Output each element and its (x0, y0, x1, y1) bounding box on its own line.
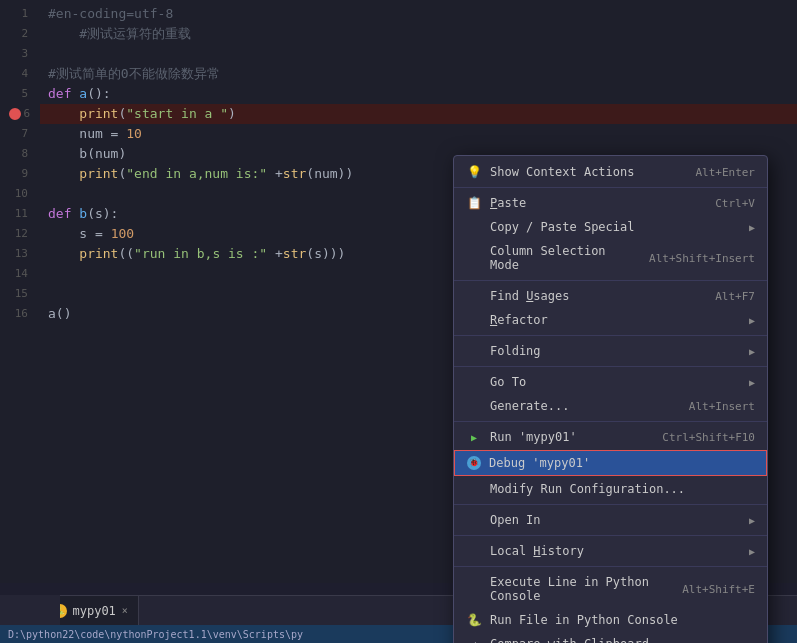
menu-separator-1 (454, 187, 767, 188)
menu-item-modify-run[interactable]: Modify Run Configuration... (454, 477, 767, 501)
menu-separator-7 (454, 535, 767, 536)
menu-separator-8 (454, 566, 767, 567)
menu-label-goto: Go To (490, 375, 741, 389)
menu-label-copy-paste-special: Copy / Paste Special (490, 220, 741, 234)
menu-item-run-mypy01[interactable]: ▶ Run 'mypy01' Ctrl+Shift+F10 (454, 425, 767, 449)
menu-label-find-usages: Find Usages (490, 289, 707, 303)
tab-label: mypy01 (73, 604, 116, 618)
menu-label-column-selection: Column Selection Mode (490, 244, 641, 272)
shortcut-show-context: Alt+Enter (695, 166, 755, 179)
menu-item-find-usages[interactable]: Find Usages Alt+F7 (454, 284, 767, 308)
menu-label-modify-run: Modify Run Configuration... (490, 482, 755, 496)
code-line-7: num = 10 (40, 124, 797, 144)
shortcut-paste: Ctrl+V (715, 197, 755, 210)
menu-item-execute-line[interactable]: Execute Line in Python Console Alt+Shift… (454, 570, 767, 608)
menu-item-run-file-python[interactable]: 🐍 Run File in Python Console (454, 608, 767, 632)
shortcut-find-usages: Alt+F7 (715, 290, 755, 303)
tab-close-button[interactable]: × (122, 605, 128, 616)
lightbulb-icon: 💡 (466, 165, 482, 179)
python-icon: 🐍 (466, 613, 482, 627)
menu-label-local-history: Local History (490, 544, 741, 558)
run-triangle-icon: ▶ (466, 432, 482, 443)
paste-icon: 📋 (466, 196, 482, 210)
menu-separator-6 (454, 504, 767, 505)
menu-label-compare-clipboard: Compare with Clipboard (490, 637, 755, 643)
menu-item-folding[interactable]: Folding ▶ (454, 339, 767, 363)
status-bar (0, 595, 60, 625)
menu-label-folding: Folding (490, 344, 741, 358)
code-line-3 (40, 44, 797, 64)
menu-label-paste: Paste (490, 196, 707, 210)
code-line-2: #测试运算符的重载 (40, 24, 797, 44)
code-line-6: print("start in a ") (40, 104, 797, 124)
menu-separator-2 (454, 280, 767, 281)
code-line-5: def a(): (40, 84, 797, 104)
debug-icon: 🐞 (467, 456, 481, 470)
breakpoint-marker[interactable] (9, 108, 21, 120)
menu-item-show-context[interactable]: 💡 Show Context Actions Alt+Enter (454, 160, 767, 184)
menu-item-column-selection[interactable]: Column Selection Mode Alt+Shift+Insert (454, 239, 767, 277)
menu-label-open-in: Open In (490, 513, 741, 527)
line-numbers: 1 2 3 4 5 6 7 8 9 10 11 (0, 0, 40, 583)
path-text: D:\python22\code\nythonProject1.1\venv\S… (8, 629, 303, 640)
menu-separator-5 (454, 421, 767, 422)
menu-separator-4 (454, 366, 767, 367)
menu-item-copy-paste-special[interactable]: Copy / Paste Special ▶ (454, 215, 767, 239)
context-menu: 💡 Show Context Actions Alt+Enter 📋 Paste… (453, 155, 768, 643)
menu-label-refactor: Refactor (490, 313, 741, 327)
menu-label-show-context: Show Context Actions (490, 165, 687, 179)
menu-item-open-in[interactable]: Open In ▶ (454, 508, 767, 532)
menu-label-debug-mypy01: Debug 'mypy01' (489, 456, 754, 470)
compare-icon: ⇌ (466, 638, 482, 644)
menu-label-execute-line: Execute Line in Python Console (490, 575, 674, 603)
menu-item-goto[interactable]: Go To ▶ (454, 370, 767, 394)
menu-item-compare-clipboard[interactable]: ⇌ Compare with Clipboard (454, 632, 767, 643)
arrow-icon-folding: ▶ (749, 346, 755, 357)
code-line-4: #测试简单的0不能做除数异常 (40, 64, 797, 84)
arrow-icon-local-history: ▶ (749, 546, 755, 557)
code-line-1: #en-coding=utf-8 (40, 4, 797, 24)
shortcut-run-mypy01: Ctrl+Shift+F10 (662, 431, 755, 444)
arrow-icon-copy-paste: ▶ (749, 222, 755, 233)
arrow-icon-open-in: ▶ (749, 515, 755, 526)
menu-label-run-file-python: Run File in Python Console (490, 613, 755, 627)
menu-item-paste[interactable]: 📋 Paste Ctrl+V (454, 191, 767, 215)
menu-separator-3 (454, 335, 767, 336)
shortcut-generate: Alt+Insert (689, 400, 755, 413)
menu-item-generate[interactable]: Generate... Alt+Insert (454, 394, 767, 418)
menu-label-generate: Generate... (490, 399, 681, 413)
menu-label-run-mypy01: Run 'mypy01' (490, 430, 654, 444)
arrow-icon-refactor: ▶ (749, 315, 755, 326)
menu-item-refactor[interactable]: Refactor ▶ (454, 308, 767, 332)
menu-item-debug-mypy01[interactable]: 🐞 Debug 'mypy01' (454, 450, 767, 476)
menu-item-local-history[interactable]: Local History ▶ (454, 539, 767, 563)
shortcut-execute-line: Alt+Shift+E (682, 583, 755, 596)
arrow-icon-goto: ▶ (749, 377, 755, 388)
shortcut-column-selection: Alt+Shift+Insert (649, 252, 755, 265)
